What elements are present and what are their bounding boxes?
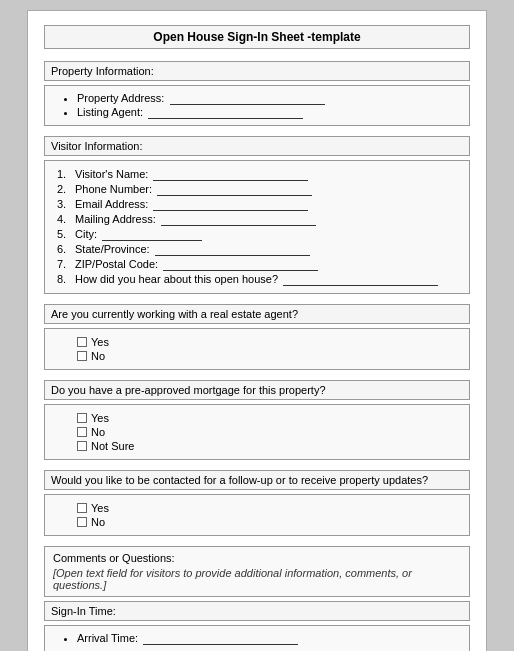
property-address-input[interactable] bbox=[170, 92, 325, 105]
question-3-header: Would you like to be contacted for a fol… bbox=[44, 470, 470, 490]
arrival-time-input[interactable] bbox=[143, 632, 298, 645]
q3-no-checkbox[interactable] bbox=[77, 517, 87, 527]
q2-notsure-checkbox[interactable] bbox=[77, 441, 87, 451]
listing-agent-label: Listing Agent: bbox=[77, 106, 143, 118]
signin-time-header: Sign-In Time: bbox=[44, 601, 470, 621]
page-title: Open House Sign-In Sheet -template bbox=[44, 25, 470, 49]
zip-postal-field: 7. ZIP/Postal Code: bbox=[57, 258, 461, 271]
comments-section: Comments or Questions: [Open text field … bbox=[44, 546, 470, 597]
property-address-field: Property Address: bbox=[77, 92, 461, 105]
q3-yes-checkbox[interactable] bbox=[77, 503, 87, 513]
heard-about-field: 8. How did you hear about this open hous… bbox=[57, 273, 461, 286]
comments-placeholder[interactable]: [Open text field for visitors to provide… bbox=[53, 567, 461, 591]
visitor-info-section: 1. Visitor's Name: 2. Phone Number: 3. E… bbox=[44, 160, 470, 294]
email-address-field: 3. Email Address: bbox=[57, 198, 461, 211]
q2-notsure-label: Not Sure bbox=[91, 440, 134, 452]
q1-yes-label: Yes bbox=[91, 336, 109, 348]
listing-agent-field: Listing Agent: bbox=[77, 106, 461, 119]
comments-header: Comments or Questions: bbox=[53, 552, 461, 564]
q1-no-option[interactable]: No bbox=[77, 350, 461, 362]
q1-no-label: No bbox=[91, 350, 105, 362]
mailing-address-field: 4. Mailing Address: bbox=[57, 213, 461, 226]
property-address-label: Property Address: bbox=[77, 92, 164, 104]
property-fields-list: Property Address: Listing Agent: bbox=[53, 92, 461, 119]
q3-no-option[interactable]: No bbox=[77, 516, 461, 528]
city-field: 5. City: bbox=[57, 228, 461, 241]
q2-yes-option[interactable]: Yes bbox=[77, 412, 461, 424]
property-info-header: Property Information: bbox=[44, 61, 470, 81]
signin-time-section: Arrival Time: bbox=[44, 625, 470, 651]
question-1-header: Are you currently working with a real es… bbox=[44, 304, 470, 324]
question-1-options: Yes No bbox=[44, 328, 470, 370]
q1-yes-option[interactable]: Yes bbox=[77, 336, 461, 348]
q2-yes-checkbox[interactable] bbox=[77, 413, 87, 423]
arrival-time-label: Arrival Time: bbox=[77, 632, 138, 644]
q3-no-label: No bbox=[91, 516, 105, 528]
q1-yes-checkbox[interactable] bbox=[77, 337, 87, 347]
listing-agent-input[interactable] bbox=[148, 106, 303, 119]
property-info-section: Property Address: Listing Agent: bbox=[44, 85, 470, 126]
q2-no-option[interactable]: No bbox=[77, 426, 461, 438]
question-2-header: Do you have a pre-approved mortgage for … bbox=[44, 380, 470, 400]
question-3-options: Yes No bbox=[44, 494, 470, 536]
arrival-time-field: Arrival Time: bbox=[77, 632, 461, 645]
question-2-options: Yes No Not Sure bbox=[44, 404, 470, 460]
visitor-info-header: Visitor Information: bbox=[44, 136, 470, 156]
q2-no-checkbox[interactable] bbox=[77, 427, 87, 437]
question-2-section: Do you have a pre-approved mortgage for … bbox=[44, 380, 470, 460]
q1-no-checkbox[interactable] bbox=[77, 351, 87, 361]
page: Open House Sign-In Sheet -template Prope… bbox=[27, 10, 487, 651]
q3-yes-option[interactable]: Yes bbox=[77, 502, 461, 514]
q2-notsure-option[interactable]: Not Sure bbox=[77, 440, 461, 452]
q2-no-label: No bbox=[91, 426, 105, 438]
q2-yes-label: Yes bbox=[91, 412, 109, 424]
visitor-fields-list: 1. Visitor's Name: 2. Phone Number: 3. E… bbox=[53, 168, 461, 286]
question-3-section: Would you like to be contacted for a fol… bbox=[44, 470, 470, 536]
visitor-name-field: 1. Visitor's Name: bbox=[57, 168, 461, 181]
state-province-field: 6. State/Province: bbox=[57, 243, 461, 256]
question-1-section: Are you currently working with a real es… bbox=[44, 304, 470, 370]
q3-yes-label: Yes bbox=[91, 502, 109, 514]
phone-number-field: 2. Phone Number: bbox=[57, 183, 461, 196]
